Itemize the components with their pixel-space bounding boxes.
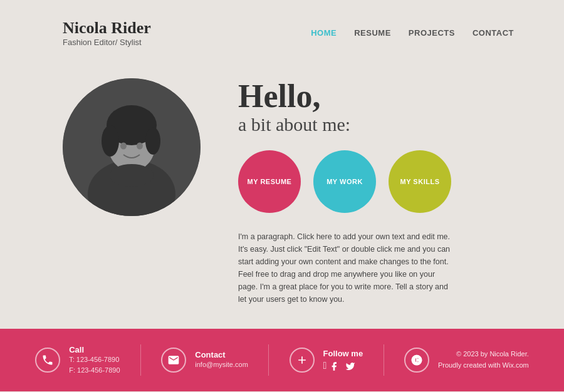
call-phone2: F: 123-456-7890: [69, 365, 120, 376]
follow-label: Follow me: [323, 349, 363, 358]
phone-icon: [35, 348, 60, 373]
footer: Call T: 123-456-7890 F: 123-456-7890 Con…: [0, 329, 564, 391]
svg-point-6: [145, 127, 160, 155]
bio-paragraph: I'm a paragraph. Click here to add your …: [238, 230, 451, 306]
svg-point-5: [102, 125, 119, 157]
copyright-line1: © 2023 by Nicola Rider.: [438, 349, 529, 360]
footer-social: Follow me : [290, 348, 363, 373]
call-phone1: T: 123-456-7890: [69, 354, 120, 365]
twitter-icon[interactable]: [345, 360, 355, 371]
nav-contact[interactable]: CONTACT: [473, 28, 514, 38]
header: Nicola Rider Fashion Editor/ Stylist HOM…: [0, 0, 564, 59]
my-skills-button[interactable]: MY SKILLS: [389, 150, 451, 213]
contact-label: Contact: [195, 350, 248, 359]
svg-point-8: [137, 143, 143, 150]
email-icon: [161, 348, 186, 373]
main-nav: HOME RESUME PROJECTS CONTACT: [311, 28, 514, 38]
footer-copyright: © 2023 by Nicola Rider. Proudly created …: [404, 348, 529, 373]
svg-point-7: [120, 143, 127, 150]
about-heading: a bit about me:: [238, 114, 514, 135]
profile-photo: [63, 78, 201, 216]
copyright-line2: Proudly created with Wix.com: [438, 360, 529, 371]
copyright-text: © 2023 by Nicola Rider. Proudly created …: [438, 349, 529, 371]
brand-name: Nicola Rider: [63, 19, 151, 38]
nav-projects[interactable]: PROJECTS: [409, 28, 455, 38]
brand: Nicola Rider Fashion Editor/ Stylist: [63, 19, 151, 47]
action-buttons: MY RESUME MY WORK MY SKILLS: [238, 150, 514, 213]
brand-title: Fashion Editor/ Stylist: [63, 38, 151, 47]
content-area: Hello, a bit about me: MY RESUME MY WORK…: [213, 72, 514, 316]
my-resume-button[interactable]: MY RESUME: [238, 150, 301, 213]
copyright-icon: [404, 348, 429, 373]
photo-area: [50, 72, 213, 316]
footer-contact: Contact info@mysite.com: [161, 348, 248, 373]
footer-divider-1: [140, 344, 141, 376]
hello-heading: Hello,: [238, 78, 514, 114]
call-label: Call: [69, 345, 120, 354]
nav-home[interactable]: HOME: [311, 28, 337, 38]
my-work-button[interactable]: MY WORK: [313, 150, 376, 213]
nav-resume[interactable]: RESUME: [354, 28, 391, 38]
footer-call: Call T: 123-456-7890 F: 123-456-7890: [35, 345, 120, 375]
social-icons-row: : [323, 360, 363, 371]
footer-divider-2: [268, 344, 269, 376]
footer-call-text: Call T: 123-456-7890 F: 123-456-7890: [69, 345, 120, 375]
footer-divider-3: [384, 344, 384, 376]
svg-point-9: [110, 164, 154, 187]
contact-email: info@mysite.com: [195, 359, 248, 370]
footer-contact-text: Contact info@mysite.com: [195, 350, 248, 370]
facebook-icon[interactable]: : [323, 360, 340, 371]
main-content: Hello, a bit about me: MY RESUME MY WORK…: [0, 59, 564, 329]
add-icon[interactable]: [290, 348, 315, 373]
footer-follow-text: Follow me : [323, 349, 363, 371]
